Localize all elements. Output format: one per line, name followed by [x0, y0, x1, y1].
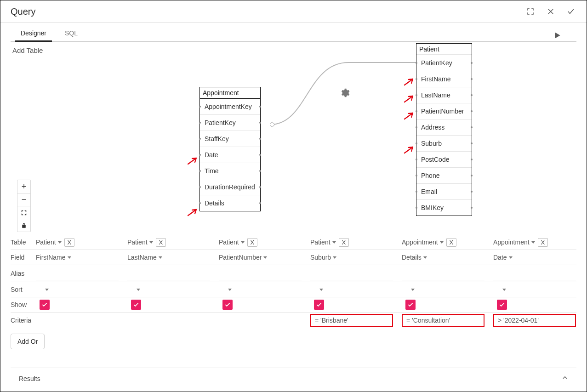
remove-column-button[interactable]: X — [64, 238, 75, 247]
alias-input[interactable] — [219, 267, 302, 280]
field-dropdown[interactable]: LastName — [127, 254, 162, 261]
entity-field[interactable]: StaffKey — [200, 131, 260, 147]
entity-field[interactable]: Email — [416, 184, 472, 200]
table-dropdown[interactable]: Appointment — [493, 239, 535, 246]
field-dropdown[interactable]: Suburb — [310, 254, 336, 261]
criteria-input[interactable]: = 'Brisbane' — [310, 314, 393, 327]
diagram-canvas[interactable]: Add Table Appointment AppointmentKey Pat… — [11, 42, 576, 235]
results-panel-header[interactable]: Results — [11, 368, 576, 387]
field-dropdown[interactable]: Date — [493, 254, 513, 261]
add-or-button[interactable]: Add Or — [11, 334, 45, 349]
run-icon[interactable] — [552, 30, 563, 41]
table-dropdown[interactable]: Appointment — [402, 239, 444, 246]
grid-row-label: Sort — [11, 286, 36, 293]
page-title: Query — [11, 6, 35, 17]
entity-field[interactable]: BMIKey — [416, 200, 472, 216]
tab-sql[interactable]: SQL — [65, 29, 78, 41]
add-table-button[interactable]: Add Table — [12, 46, 43, 54]
field-dropdown[interactable]: PatientNumber — [219, 254, 267, 261]
zoom-out-button[interactable]: − — [17, 193, 30, 206]
grid-row-label: Alias — [11, 270, 36, 277]
sort-dropdown[interactable] — [45, 289, 49, 291]
entity-title: Patient — [416, 44, 472, 55]
grid-row-label: Show — [11, 301, 36, 308]
sort-dropdown[interactable] — [137, 289, 140, 291]
remove-column-button[interactable]: X — [156, 238, 166, 247]
zoom-fit-button[interactable] — [17, 206, 30, 219]
entity-appointment[interactable]: Appointment AppointmentKey PatientKey St… — [199, 87, 261, 211]
entity-title: Appointment — [200, 87, 260, 99]
sort-dropdown[interactable] — [319, 289, 323, 291]
entity-field[interactable]: FirstName — [416, 71, 472, 87]
entity-field[interactable]: PatientNumber — [416, 103, 472, 119]
entity-field[interactable]: Time — [200, 163, 260, 179]
sort-dropdown[interactable] — [502, 289, 506, 291]
criteria-input[interactable]: > '2022-04-01' — [493, 314, 576, 327]
entity-field[interactable]: DurationRequired — [200, 179, 260, 195]
show-checkbox[interactable] — [222, 300, 233, 310]
relationship-gear-icon[interactable] — [340, 88, 350, 99]
alias-input[interactable] — [127, 267, 210, 280]
entity-field[interactable]: Address — [416, 119, 472, 136]
criteria-input[interactable] — [36, 314, 119, 327]
alias-input[interactable] — [310, 267, 393, 280]
entity-field[interactable]: PatientKey — [416, 55, 472, 71]
entity-field[interactable]: AppointmentKey — [200, 99, 260, 115]
show-checkbox[interactable] — [314, 300, 324, 310]
table-dropdown[interactable]: Patient — [310, 239, 336, 246]
remove-column-button[interactable]: X — [339, 238, 349, 247]
svg-rect-2 — [23, 225, 26, 227]
entity-patient[interactable]: Patient PatientKey FirstName LastName Pa… — [416, 43, 472, 216]
remove-column-button[interactable]: X — [538, 238, 548, 247]
criteria-input[interactable] — [219, 314, 302, 327]
zoom-in-button[interactable]: + — [17, 180, 30, 193]
entity-field[interactable]: LastName — [416, 87, 472, 103]
show-checkbox[interactable] — [497, 300, 507, 310]
grid-row-label: Criteria — [11, 317, 36, 324]
show-checkbox[interactable] — [131, 300, 141, 310]
zoom-lock-button[interactable] — [17, 219, 30, 232]
alias-input[interactable] — [36, 267, 119, 280]
entity-field[interactable]: Date — [200, 147, 260, 163]
sort-dropdown[interactable] — [228, 289, 232, 291]
close-icon[interactable] — [545, 6, 556, 17]
remove-column-button[interactable]: X — [247, 238, 258, 247]
chevron-up-icon[interactable] — [562, 375, 568, 382]
entity-field[interactable]: PostCode — [416, 152, 472, 168]
entity-field[interactable]: PatientKey — [200, 115, 260, 131]
zoom-panel: + − — [17, 180, 31, 232]
svg-rect-0 — [270, 122, 275, 127]
table-dropdown[interactable]: Patient — [36, 239, 62, 246]
alias-input[interactable] — [493, 267, 576, 280]
tab-designer[interactable]: Designer — [21, 29, 46, 41]
alias-input[interactable] — [402, 267, 484, 280]
table-dropdown[interactable]: Patient — [219, 239, 245, 246]
remove-column-button[interactable]: X — [446, 238, 457, 247]
criteria-input[interactable]: = 'Consultation' — [402, 314, 484, 327]
sort-dropdown[interactable] — [411, 289, 415, 291]
criteria-input[interactable] — [127, 314, 210, 327]
entity-field[interactable]: Suburb — [416, 136, 472, 152]
fullscreen-icon[interactable] — [525, 6, 536, 17]
grid-row-label: Field — [11, 254, 36, 261]
query-grid: TablePatientXPatientXPatientXPatientXApp… — [11, 235, 576, 328]
entity-field[interactable]: Phone — [416, 168, 472, 184]
confirm-icon[interactable] — [565, 6, 576, 17]
grid-row-label: Table — [11, 239, 36, 246]
show-checkbox[interactable] — [405, 300, 416, 310]
field-dropdown[interactable]: FirstName — [36, 254, 71, 261]
table-dropdown[interactable]: Patient — [127, 239, 153, 246]
entity-field[interactable]: Details — [200, 195, 260, 211]
show-checkbox[interactable] — [40, 300, 50, 310]
results-label: Results — [19, 375, 40, 382]
field-dropdown[interactable]: Details — [402, 254, 427, 261]
